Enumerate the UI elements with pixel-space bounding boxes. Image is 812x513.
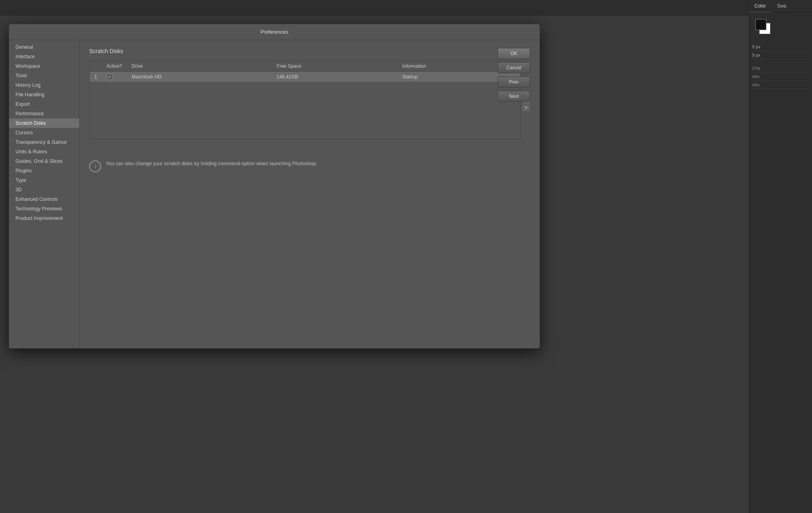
active-checkbox[interactable] xyxy=(107,74,113,80)
drive-name: Macintosh HD xyxy=(127,72,272,82)
sidebar-item-technology-previews[interactable]: Technology Previews xyxy=(9,204,79,214)
dialog-body: General Interface Workspace Tools Histor… xyxy=(9,40,540,348)
swatch-box[interactable] xyxy=(755,19,770,33)
prev-button[interactable]: Prev xyxy=(498,76,530,88)
active-checkbox-cell xyxy=(102,72,127,82)
sidebar-item-units-rulers[interactable]: Units & Rulers xyxy=(9,147,79,156)
color-swatch-area xyxy=(749,13,812,40)
sidebar-item-3d[interactable]: 3D xyxy=(9,185,79,195)
disk-table-container: Active? Drive Free Space Information 1 xyxy=(89,61,521,140)
sidebar-item-plugins[interactable]: Plugins xyxy=(9,166,79,175)
right-panel-item: Cha xyxy=(752,64,809,72)
col-header-free-space: Free Space xyxy=(272,61,398,72)
sidebar-item-type[interactable]: Type xyxy=(9,175,79,185)
sidebar-item-tools[interactable]: Tools xyxy=(9,71,79,80)
ok-button[interactable]: OK xyxy=(498,48,530,59)
right-panel-item: 9 px xyxy=(752,43,809,51)
disk-table: Active? Drive Free Space Information 1 xyxy=(90,61,520,82)
sidebar-item-workspace[interactable]: Workspace xyxy=(9,61,79,71)
sidebar-item-performance[interactable]: Performance xyxy=(9,109,79,118)
free-space-value: 146,41GB xyxy=(272,72,398,82)
right-panel-tabs: Color Swa xyxy=(749,0,812,13)
sidebar-item-guides-grid-slices[interactable]: Guides, Grid & Slices xyxy=(9,156,79,166)
sidebar-item-interface[interactable]: Interface xyxy=(9,52,79,61)
right-panel-content: 9 px 9 px Cha rtbo rtbo xyxy=(749,40,812,92)
sidebar-item-transparency-gamut[interactable]: Transparency & Gamut xyxy=(9,137,79,147)
swatch-foreground xyxy=(755,19,766,30)
col-header-drive: Drive xyxy=(127,61,272,72)
sidebar-item-history-log[interactable]: History Log xyxy=(9,80,79,90)
col-header-num xyxy=(90,61,102,72)
info-icon: i xyxy=(89,160,101,172)
right-panel-item: 9 px xyxy=(752,51,809,59)
right-panel: Color Swa 9 px 9 px Cha rtbo rtbo xyxy=(749,0,812,513)
dialog-title: Preferences xyxy=(9,24,540,40)
sidebar-item-scratch-disks[interactable]: Scratch Disks xyxy=(9,118,79,128)
next-button[interactable]: Next xyxy=(498,91,530,102)
tab-swatches[interactable]: Swa xyxy=(772,0,792,12)
sidebar-item-file-handling[interactable]: File Handling xyxy=(9,90,79,99)
dialog-buttons: OK Cancel Prev Next xyxy=(498,48,530,102)
main-content: Scratch Disks Active? Drive Free Space I… xyxy=(80,40,540,348)
scroll-down-arrow[interactable]: ▼ xyxy=(522,104,530,111)
section-title: Scratch Disks xyxy=(89,48,530,54)
sidebar-item-export[interactable]: Export xyxy=(9,99,79,109)
info-note: i You can also change your scratch disks… xyxy=(89,156,530,176)
sidebar-item-cursors[interactable]: Cursors xyxy=(9,128,79,137)
sidebar-item-general[interactable]: General xyxy=(9,42,79,52)
preferences-dialog: Preferences General Interface Workspace … xyxy=(9,24,540,349)
info-text: You can also change your scratch disks b… xyxy=(106,160,317,168)
sidebar-item-product-improvement[interactable]: Product Improvement xyxy=(9,214,79,223)
tab-color[interactable]: Color xyxy=(749,0,772,12)
disk-table-area: Active? Drive Free Space Information 1 xyxy=(89,61,530,148)
right-panel-item: rtbo xyxy=(752,81,809,89)
cancel-button[interactable]: Cancel xyxy=(498,62,530,73)
top-bar xyxy=(0,0,812,16)
sidebar-item-enhanced-controls[interactable]: Enhanced Controls xyxy=(9,195,79,204)
col-header-active: Active? xyxy=(102,61,127,72)
right-panel-item: rtbo xyxy=(752,72,809,81)
preferences-sidebar: General Interface Workspace Tools Histor… xyxy=(9,40,80,348)
row-num: 1 xyxy=(90,72,102,82)
table-row[interactable]: 1 Macintosh HD 146,41GB Startup xyxy=(90,72,520,82)
